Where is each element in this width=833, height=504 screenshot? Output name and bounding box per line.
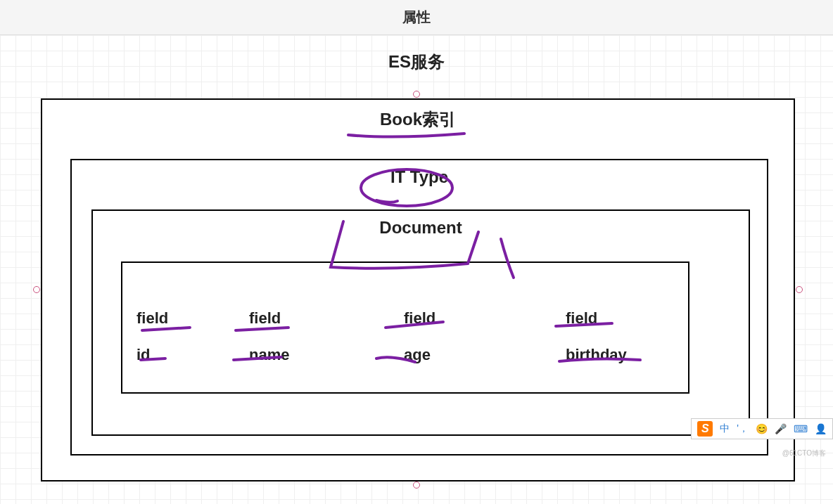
field-name: name xyxy=(249,346,289,363)
emoji-icon[interactable]: 😊 xyxy=(756,423,768,434)
ime-toolbar[interactable]: S 中 '， 😊 🎤 ⌨ 👤 xyxy=(691,418,833,439)
type-box: IT Type Document field id field name fie… xyxy=(70,159,768,455)
keyboard-icon[interactable]: ⌨ xyxy=(794,423,808,434)
index-box[interactable]: Book索引 IT Type Document field id field n… xyxy=(41,98,795,482)
field-label: field xyxy=(404,309,435,327)
field-name: id xyxy=(136,346,151,363)
document-box: Document field id field name field age xyxy=(91,209,750,436)
header-bar: 属性 xyxy=(0,0,833,35)
index-title: Book索引 xyxy=(42,108,794,131)
ime-logo-icon[interactable]: S xyxy=(697,421,713,437)
field-item: field birthday xyxy=(566,290,674,365)
selection-handle-top[interactable] xyxy=(413,91,420,98)
mic-icon[interactable]: 🎤 xyxy=(775,423,787,434)
diagram-canvas[interactable]: ES服务 Book索引 IT Type Document field id fi… xyxy=(0,35,833,504)
field-name: age xyxy=(404,346,431,363)
selection-handle-left[interactable] xyxy=(33,286,40,293)
field-name: birthday xyxy=(566,346,627,363)
type-title: IT Type xyxy=(72,167,767,187)
ime-lang-indicator[interactable]: 中 xyxy=(720,422,730,435)
field-label: field xyxy=(136,309,168,327)
selection-handle-right[interactable] xyxy=(796,286,803,293)
fields-box: field id field name field age field birt… xyxy=(121,261,689,394)
watermark-text: @61CTO博客 xyxy=(782,448,826,458)
field-item: field id xyxy=(136,290,249,365)
field-label: field xyxy=(249,309,281,327)
user-icon[interactable]: 👤 xyxy=(815,423,827,434)
field-label: field xyxy=(566,309,597,327)
service-title: ES服务 xyxy=(0,51,833,73)
field-item: field age xyxy=(404,290,566,365)
ime-punct-indicator[interactable]: '， xyxy=(737,422,749,435)
header-title: 属性 xyxy=(402,8,431,27)
field-item: field name xyxy=(249,290,404,365)
selection-handle-bottom[interactable] xyxy=(413,482,420,489)
document-title: Document xyxy=(93,218,749,238)
